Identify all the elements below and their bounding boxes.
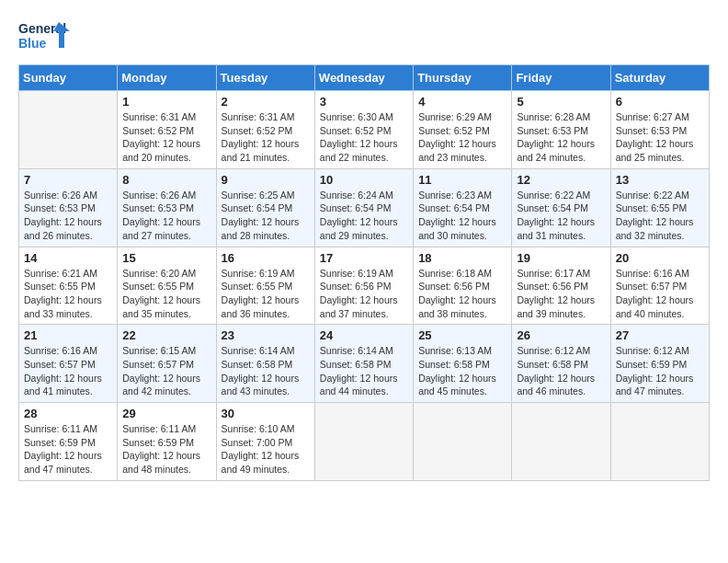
day-info: Sunrise: 6:11 AM Sunset: 6:59 PM Dayligh… (122, 422, 210, 477)
day-info: Sunrise: 6:20 AM Sunset: 6:55 PM Dayligh… (122, 267, 210, 321)
day-number: 29 (122, 407, 210, 420)
day-info: Sunrise: 6:24 AM Sunset: 6:54 PM Dayligh… (320, 189, 408, 243)
day-info: Sunrise: 6:31 AM Sunset: 6:52 PM Dayligh… (122, 110, 210, 165)
day-number: 15 (122, 251, 210, 265)
calendar-cell: 22Sunrise: 6:15 AM Sunset: 6:57 PM Dayli… (118, 325, 216, 403)
day-number: 4 (418, 95, 506, 109)
calendar-cell: 29Sunrise: 6:11 AM Sunset: 6:59 PM Dayli… (118, 403, 216, 481)
day-info: Sunrise: 6:17 AM Sunset: 6:56 PM Dayligh… (517, 267, 605, 321)
day-info: Sunrise: 6:14 AM Sunset: 6:58 PM Dayligh… (222, 344, 310, 398)
calendar-cell: 5Sunrise: 6:28 AM Sunset: 6:53 PM Daylig… (512, 91, 610, 169)
calendar-cell: 28Sunrise: 6:11 AM Sunset: 6:59 PM Dayli… (19, 403, 118, 481)
day-number: 8 (122, 173, 210, 187)
day-number: 5 (517, 95, 605, 109)
svg-text:Blue: Blue (18, 36, 47, 51)
calendar-cell: 20Sunrise: 6:16 AM Sunset: 6:57 PM Dayli… (610, 247, 709, 325)
calendar-cell (414, 403, 512, 481)
calendar-cell: 18Sunrise: 6:18 AM Sunset: 6:56 PM Dayli… (414, 247, 512, 325)
calendar-cell: 23Sunrise: 6:14 AM Sunset: 6:58 PM Dayli… (216, 325, 314, 403)
calendar-cell: 3Sunrise: 6:30 AM Sunset: 6:52 PM Daylig… (314, 91, 413, 169)
calendar-cell: 14Sunrise: 6:21 AM Sunset: 6:55 PM Dayli… (19, 247, 118, 325)
day-number: 30 (222, 407, 310, 420)
weekday-header: Saturday (610, 65, 709, 91)
day-number: 13 (616, 173, 704, 187)
day-info: Sunrise: 6:10 AM Sunset: 7:00 PM Dayligh… (222, 422, 310, 477)
day-info: Sunrise: 6:30 AM Sunset: 6:52 PM Dayligh… (320, 110, 408, 165)
day-number: 1 (122, 95, 210, 109)
weekday-header: Sunday (19, 65, 118, 91)
day-info: Sunrise: 6:26 AM Sunset: 6:53 PM Dayligh… (24, 189, 112, 243)
day-info: Sunrise: 6:16 AM Sunset: 6:57 PM Dayligh… (24, 344, 112, 398)
day-info: Sunrise: 6:31 AM Sunset: 6:52 PM Dayligh… (222, 110, 310, 165)
day-info: Sunrise: 6:23 AM Sunset: 6:54 PM Dayligh… (418, 189, 506, 243)
day-number: 18 (418, 251, 506, 265)
day-info: Sunrise: 6:22 AM Sunset: 6:55 PM Dayligh… (616, 189, 704, 243)
logo: GeneralBlue (18, 18, 74, 55)
calendar-cell: 7Sunrise: 6:26 AM Sunset: 6:53 PM Daylig… (19, 168, 118, 247)
day-number: 14 (24, 251, 112, 265)
day-number: 19 (517, 251, 605, 265)
day-number: 11 (418, 173, 506, 187)
day-info: Sunrise: 6:29 AM Sunset: 6:52 PM Dayligh… (418, 110, 506, 165)
day-info: Sunrise: 6:16 AM Sunset: 6:57 PM Dayligh… (616, 267, 704, 321)
calendar-cell: 1Sunrise: 6:31 AM Sunset: 6:52 PM Daylig… (118, 91, 216, 169)
weekday-header: Thursday (414, 65, 512, 91)
calendar-cell: 16Sunrise: 6:19 AM Sunset: 6:55 PM Dayli… (216, 247, 314, 325)
calendar-header: SundayMondayTuesdayWednesdayThursdayFrid… (19, 65, 710, 91)
day-number: 21 (24, 328, 112, 342)
weekday-header: Wednesday (314, 65, 413, 91)
day-info: Sunrise: 6:21 AM Sunset: 6:55 PM Dayligh… (24, 267, 112, 321)
day-info: Sunrise: 6:11 AM Sunset: 6:59 PM Dayligh… (24, 422, 112, 477)
day-number: 9 (222, 173, 310, 187)
calendar-week-row: 1Sunrise: 6:31 AM Sunset: 6:52 PM Daylig… (19, 91, 710, 169)
day-number: 2 (222, 95, 310, 109)
calendar-week-row: 28Sunrise: 6:11 AM Sunset: 6:59 PM Dayli… (19, 403, 710, 481)
day-info: Sunrise: 6:13 AM Sunset: 6:58 PM Dayligh… (418, 344, 506, 398)
weekday-header: Tuesday (216, 65, 314, 91)
day-info: Sunrise: 6:14 AM Sunset: 6:58 PM Dayligh… (320, 344, 408, 398)
calendar-cell (314, 403, 413, 481)
calendar-cell (512, 403, 610, 481)
calendar-cell (610, 403, 709, 481)
day-number: 23 (222, 328, 310, 342)
calendar-week-row: 14Sunrise: 6:21 AM Sunset: 6:55 PM Dayli… (19, 247, 710, 325)
calendar-cell: 30Sunrise: 6:10 AM Sunset: 7:00 PM Dayli… (216, 403, 314, 481)
day-info: Sunrise: 6:18 AM Sunset: 6:56 PM Dayligh… (418, 267, 506, 321)
day-info: Sunrise: 6:28 AM Sunset: 6:53 PM Dayligh… (517, 110, 605, 165)
day-number: 10 (320, 173, 408, 187)
day-number: 17 (320, 251, 408, 265)
calendar-cell (19, 91, 118, 169)
day-number: 6 (616, 95, 704, 109)
day-info: Sunrise: 6:26 AM Sunset: 6:53 PM Dayligh… (122, 189, 210, 243)
day-number: 20 (616, 251, 704, 265)
calendar-cell: 21Sunrise: 6:16 AM Sunset: 6:57 PM Dayli… (19, 325, 118, 403)
day-info: Sunrise: 6:27 AM Sunset: 6:53 PM Dayligh… (616, 110, 704, 165)
day-number: 12 (517, 173, 605, 187)
day-info: Sunrise: 6:22 AM Sunset: 6:54 PM Dayligh… (517, 189, 605, 243)
day-info: Sunrise: 6:15 AM Sunset: 6:57 PM Dayligh… (122, 344, 210, 398)
weekday-header: Monday (118, 65, 216, 91)
calendar-cell: 6Sunrise: 6:27 AM Sunset: 6:53 PM Daylig… (610, 91, 709, 169)
calendar-cell: 2Sunrise: 6:31 AM Sunset: 6:52 PM Daylig… (216, 91, 314, 169)
calendar-cell: 17Sunrise: 6:19 AM Sunset: 6:56 PM Dayli… (314, 247, 413, 325)
day-number: 26 (517, 328, 605, 342)
day-number: 28 (24, 407, 112, 420)
day-number: 27 (616, 328, 704, 342)
weekday-header: Friday (512, 65, 610, 91)
calendar-cell: 24Sunrise: 6:14 AM Sunset: 6:58 PM Dayli… (314, 325, 413, 403)
day-number: 22 (122, 328, 210, 342)
calendar-week-row: 7Sunrise: 6:26 AM Sunset: 6:53 PM Daylig… (19, 168, 710, 247)
day-info: Sunrise: 6:19 AM Sunset: 6:55 PM Dayligh… (222, 267, 310, 321)
day-number: 3 (320, 95, 408, 109)
day-info: Sunrise: 6:12 AM Sunset: 6:58 PM Dayligh… (517, 344, 605, 398)
calendar-cell: 13Sunrise: 6:22 AM Sunset: 6:55 PM Dayli… (610, 168, 709, 247)
calendar-cell: 11Sunrise: 6:23 AM Sunset: 6:54 PM Dayli… (414, 168, 512, 247)
calendar-cell: 15Sunrise: 6:20 AM Sunset: 6:55 PM Dayli… (118, 247, 216, 325)
calendar-cell: 19Sunrise: 6:17 AM Sunset: 6:56 PM Dayli… (512, 247, 610, 325)
day-number: 16 (222, 251, 310, 265)
calendar-cell: 26Sunrise: 6:12 AM Sunset: 6:58 PM Dayli… (512, 325, 610, 403)
day-info: Sunrise: 6:19 AM Sunset: 6:56 PM Dayligh… (320, 267, 408, 321)
calendar-cell: 4Sunrise: 6:29 AM Sunset: 6:52 PM Daylig… (414, 91, 512, 169)
calendar-table: SundayMondayTuesdayWednesdayThursdayFrid… (18, 64, 710, 481)
calendar-week-row: 21Sunrise: 6:16 AM Sunset: 6:57 PM Dayli… (19, 325, 710, 403)
